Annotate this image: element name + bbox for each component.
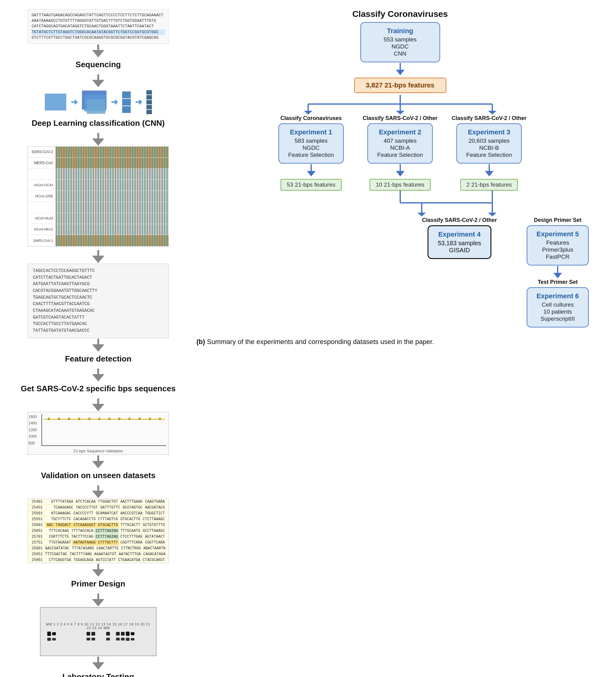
chart-dot [108,418,111,420]
primer-cell: CAACTARTTG [95,546,120,551]
primer-cell: CTTTAGTCG [97,517,119,522]
cnn-layer3 [146,90,152,114]
primer-row-11: 25901 CTTCAGGTGA TGGAGCAGA AGTCCTATT CTG… [28,557,169,563]
primer-row-10: 25851 TTTCGACTAC TACTTTYANG AGAATAGTGT A… [28,551,169,557]
primer-cell-highlight: AATAGTAAGG [72,540,97,545]
chart-xlabel: 21-bps Sequence Validation [28,449,169,453]
primer-cell: AACTTTGAAG [119,499,144,504]
primer-cell: 25651 [30,529,48,533]
primer-cell-highlight2: CCTTTAGING [94,534,119,539]
primer-cell: AGTATAACT [144,534,166,539]
feature-detection-label: Feature detection [65,354,132,364]
gel-band [121,632,125,636]
heatmap-block: SARS-CoV-2 MERS-CoV HCoV-OC43 HCoV-229E [12,132,184,246]
primer-cell-highlight: CTCGAAGGGT [72,523,97,528]
primer-cell: TACTTTYANG [69,552,93,557]
primer-cell: CTGAACATGA [117,558,141,562]
feature-detection-arrow [92,250,104,263]
chart-dot [98,418,101,420]
heatmap-label-sarscov1: SARS-CoV-1 [28,239,55,242]
gel-band [121,638,125,640]
primer-cell-highlight: AAC TAGGACT [45,523,72,528]
exp2-box: Experiment 2 407 samples NCBI-A Feature … [367,123,433,164]
gel-band [47,638,51,641]
exp4-line-2: GISAID [438,247,481,254]
dna-line-2: AAATAAAAGCCTGTGTTTTAGGGTATTGTGACTTTGTCTG… [32,18,165,24]
primer-cell: CAAGTGARA [144,499,166,504]
heatmap-bar-hcovoc43 [55,180,169,191]
branch-col-4: Classify SARS-CoV-2 / Other Experiment 4… [420,217,499,259]
validation-label: Validation on unseen datasets [41,471,156,480]
bps-block: Get SARS-CoV-2 specific bps sequences [12,368,184,395]
cnn-illustration: ➜ ➜ ➜ [45,90,152,114]
heatmap-bar-hcov229e [55,191,169,201]
primer-cell: TTGTAGAGAT [48,540,72,545]
primer-cell: CTTNCTRGG [120,546,142,551]
primer-row-8: 25751 TTGTAGAGAT AATAGTAAGG CTTTGCTTT CG… [28,540,169,546]
exp5-line-3: FastPCR [536,254,579,260]
bps-arrow [92,369,104,381]
chart-dot [58,418,60,420]
primer-design-label: Primer Design [71,579,125,589]
primer-table-arrow [92,485,104,498]
exp2-line-3: Feature Selection [377,151,423,159]
chart-block: 1600 1400 1200 1000 800 [28,412,169,455]
heatmap-row-sarscov2: SARS-CoV-2 [28,147,169,158]
dna-line-3: CATCTAGGCAGTGACATAGGTCTGCAACTGGGTAAATTCT… [32,24,165,29]
gel-band-mm [131,638,134,640]
heatmap-bar-hcovhku1 [55,224,169,235]
branch-label-6: Test Primer Set [538,279,578,285]
cnn-arrow-1: ➜ [71,97,78,107]
primer-cell: GATTTGTTC [99,505,122,510]
primer-row-9: 25801 AACCGATATAC TTTATASARG CAACTARTTG … [28,546,169,551]
branch-label-5: Design Primer Set [534,217,581,223]
primer-design-arrow [92,564,104,577]
gel-block-outer: MM 1 2 3 4 5 6 7 8 9 10 11 12 13 14 15 1… [12,593,184,677]
gel-band [47,632,51,636]
heatmap-row-hcovnl63: HCoV-NL63 [28,213,169,224]
fd-seq-2: CATCTTACTGATTGCACTAGACT [33,274,164,281]
chart-dot [118,418,121,420]
primer-cell: AACGATACG [144,505,166,510]
gel-band-mm [126,638,130,641]
ytick-1: 1600 [29,415,37,419]
chart-dot [78,418,80,420]
exp6-line-3: SuperscriptIII [536,315,579,322]
primer-cell: ATCTCACAA [75,499,97,504]
heatmap-row-sarscov1: SARS-CoV-1 [28,235,169,246]
training-line-2: NGDC [370,43,430,50]
fd-seq-8: GATCGTCAAGTACACTATTT [33,314,164,321]
primer-table: 25401 GTTTTATAGA ATCTCACAA TTGGACTGT AAC… [28,499,169,563]
dna-line-4-highlight: TGTATGCTCTTGTAGGTCTGGGCACAATATACGGTTCTGG… [32,30,165,35]
primer-cell: AGAATAGTGT [93,552,118,557]
exp3-box: Experiment 3 20,603 samples NCBI-B Featu… [456,123,522,164]
gel-image: MM 1 2 3 4 5 6 7 8 9 10 11 12 13 14 15 1… [40,607,157,656]
heatmap-label-hcovhku1: HCoV-HKU1 [28,227,55,231]
validation-arrow [92,455,104,468]
primer-cell: 25851 [30,552,44,557]
left-column: GATTTAAGTGAGACAGCCAGAGCTATTCAGTTCCCCTCCT… [12,9,184,677]
heatmap-row-hcov229e: HCoV-229E [28,191,169,202]
gel-band [106,632,110,636]
branch-label-3: Classify SARS-CoV-2 / Other [451,115,526,122]
sequencing-arrow [92,45,104,57]
cnn-block: ➜ ➜ ➜ [12,74,184,129]
primer-cell: AACCCGTCAA [119,511,144,516]
primer-cell: CTCTTAAAGC [141,517,166,522]
primer-cell: CGGTTTCARA [119,540,144,545]
ytick-3: 1200 [29,428,37,432]
feature-detection-sequences: TAGCCACTCCTCCAAGGCTGTTTC CATCTTACTGATTGC… [28,264,169,338]
primer-cell: GCGTAGTGC [121,505,144,510]
exp5-line-1: Features [536,239,579,246]
ytick-5: 800 [29,441,37,445]
primer-cell: TGCYTTCTC [50,517,73,522]
branch-svg-mid [268,191,532,215]
branch-label-1: Classify Coronaviruses [280,115,342,122]
svg-marker-7 [488,111,497,115]
svg-marker-5 [304,111,312,115]
heatmap-label-hcov229e: HCoV-229E [28,194,55,198]
heatmap-row-merscov: MERS-CoV [28,158,169,169]
cnn-input [45,94,66,110]
sequencing-block: GATTTAAGTGAGACAGCCAGAGCTATTCAGTTCCCCTCCT… [12,9,184,71]
gel-band [87,638,90,640]
